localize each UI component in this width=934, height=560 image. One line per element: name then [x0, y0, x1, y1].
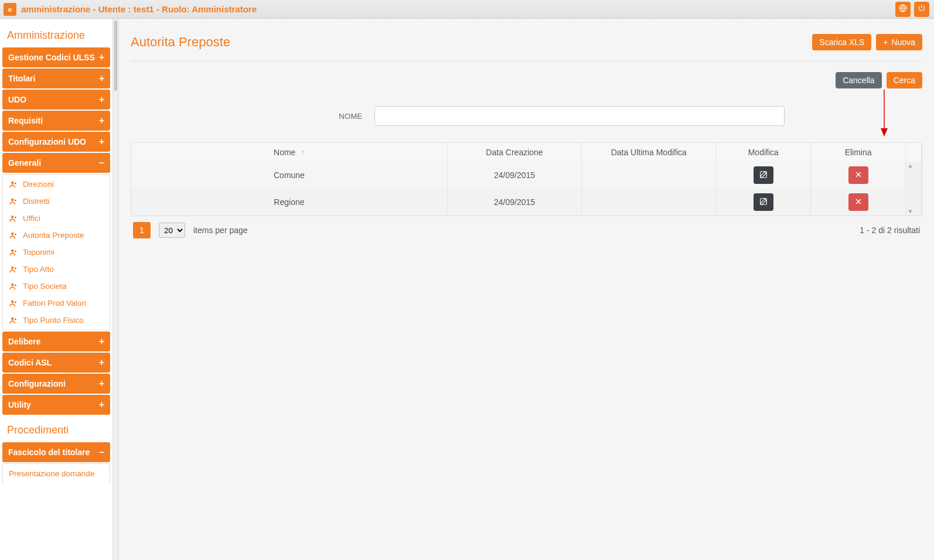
sidebar-subitem-label: Uffici [23, 214, 40, 223]
col-header-label: Data Creazione [486, 148, 543, 157]
export-xls-button[interactable]: Scarica XLS [812, 34, 871, 50]
col-header-modifica[interactable]: Modifica [716, 143, 811, 162]
svg-point-4 [15, 200, 16, 201]
submenu-generali: Direzioni Distretti Uffici Autorita Prep… [2, 174, 110, 330]
filter-row-nome: NOME [131, 106, 922, 126]
sidebar-subitem-tipo-societa[interactable]: Tipo Societa [3, 278, 110, 295]
sidebar-item-gestione-codici-ulss[interactable]: Gestione Codici ULSS + [2, 47, 110, 67]
svg-marker-20 [881, 128, 888, 136]
edit-button[interactable] [754, 193, 773, 211]
pager: 1 20 items per page 1 - 2 di 2 risultati [131, 216, 922, 238]
user-icon [9, 197, 18, 206]
cell-created: 24/09/2015 [447, 189, 581, 216]
grid-scrollbar[interactable]: ▲▼ [905, 162, 921, 216]
sidebar-subitem-presentazione-domande[interactable]: Presentazione domande [3, 465, 110, 482]
globe-button[interactable] [895, 2, 911, 17]
svg-point-3 [11, 198, 14, 201]
plus-icon: + [99, 115, 104, 126]
user-icon [9, 265, 18, 274]
sidebar-item-label: Utility [8, 400, 31, 409]
svg-point-11 [11, 266, 14, 269]
sidebar-subitem-tipo-punto-fisico[interactable]: Tipo Punto Fisico [3, 312, 110, 329]
sidebar-subitem-label: Presentazione domande [9, 469, 94, 478]
sidebar-item-label: Requisiti [8, 116, 43, 125]
user-icon [9, 231, 18, 240]
plus-icon: + [99, 378, 104, 389]
cell-delete [811, 162, 906, 189]
sidebar-item-generali[interactable]: Generali – [2, 153, 110, 173]
sidebar-subitem-toponimi[interactable]: Toponimi [3, 244, 110, 261]
sidebar-item-utility[interactable]: Utility + [2, 395, 110, 415]
col-header-elimina[interactable]: Elimina [811, 143, 906, 162]
sidebar-subitem-label: Direzioni [23, 180, 54, 189]
cell-nome: Regione [131, 189, 447, 216]
user-icon [9, 316, 18, 325]
sidebar-item-label: Titolari [8, 74, 35, 83]
svg-point-14 [15, 285, 16, 286]
filter-input-nome[interactable] [374, 106, 785, 126]
sidebar-subitem-fattori-prod-valori[interactable]: Fattori Prod Valori [3, 295, 110, 312]
sidebar-subitem-label: Autorita Preposte [23, 231, 84, 240]
sidebar-item-fascicolo-titolare[interactable]: Fascicolo del titolare – [2, 442, 110, 462]
cell-modified [582, 162, 716, 189]
col-header-data-modifica[interactable]: Data Ultima Modifica [582, 143, 716, 162]
cell-modified [582, 189, 716, 216]
sidebar-item-label: Gestione Codici ULSS [8, 53, 95, 62]
svg-point-12 [15, 268, 16, 269]
sidebar-subitem-uffici[interactable]: Uffici [3, 210, 110, 227]
plus-icon: + [99, 336, 104, 347]
sidebar-subitem-autorita-preposte[interactable]: Autorita Preposte [3, 227, 110, 244]
sidebar-item-label: Delibere [8, 337, 40, 346]
user-icon [9, 180, 18, 189]
power-button[interactable] [914, 2, 929, 17]
cancel-button[interactable]: Cancella [836, 72, 881, 88]
page-number-current[interactable]: 1 [133, 222, 151, 238]
sidebar-item-titolari[interactable]: Titolari + [2, 69, 110, 88]
app-title: amministrazione - Utente : test1 - Ruolo… [21, 4, 257, 14]
sidebar-subitem-distretti[interactable]: Distretti [3, 193, 110, 210]
sidebar: Amministrazione Gestione Codici ULSS + T… [0, 19, 113, 560]
topbar: « amministrazione - Utente : test1 - Ruo… [0, 0, 934, 19]
cell-edit [716, 162, 811, 189]
col-header-label: Elimina [845, 148, 872, 157]
sidebar-collapse-button[interactable]: « [4, 3, 16, 16]
sidebar-item-configurazioni[interactable]: Configurazioni + [2, 374, 110, 394]
sidebar-item-label: Codici ASL [8, 358, 52, 367]
col-header-label: Nome [274, 148, 295, 157]
svg-point-5 [11, 215, 14, 218]
sidebar-item-codici-asl[interactable]: Codici ASL + [2, 353, 110, 373]
svg-point-8 [15, 234, 16, 235]
sidebar-scrollbar[interactable] [113, 19, 119, 560]
sidebar-subitem-label: Tipo Atto [23, 265, 54, 274]
cell-delete [811, 189, 906, 216]
sidebar-item-udo[interactable]: UDO + [2, 90, 110, 110]
button-label: Scarica XLS [819, 37, 864, 47]
sidebar-item-delibere[interactable]: Delibere + [2, 332, 110, 351]
sidebar-section-title-admin: Amministrazione [2, 21, 110, 47]
results-grid: Nome ↑ Data Creazione Data Ultima Modifi… [131, 142, 922, 216]
cell-created: 24/09/2015 [447, 162, 581, 189]
new-button[interactable]: + Nuova [876, 34, 922, 50]
sidebar-item-label: Configurazioni UDO [8, 137, 86, 146]
col-header-nome[interactable]: Nome ↑ [131, 143, 447, 162]
power-icon [918, 4, 926, 14]
sidebar-item-label: Fascicolo del titolare [8, 448, 90, 457]
edit-button[interactable] [754, 166, 773, 184]
sidebar-subitem-direzioni[interactable]: Direzioni [3, 176, 110, 193]
plus-icon: + [99, 94, 104, 105]
sidebar-item-requisiti[interactable]: Requisiti + [2, 111, 110, 131]
delete-button[interactable] [848, 193, 868, 211]
sidebar-subitem-label: Fattori Prod Valori [23, 299, 86, 308]
sidebar-item-label: Generali [8, 158, 41, 168]
col-header-data-creazione[interactable]: Data Creazione [447, 143, 581, 162]
chevron-left-icon: « [8, 5, 12, 14]
sidebar-subitem-tipo-atto[interactable]: Tipo Atto [3, 261, 110, 278]
search-button[interactable]: Cerca [887, 72, 922, 88]
svg-point-17 [11, 317, 14, 320]
sort-asc-icon: ↑ [301, 148, 305, 155]
edit-icon [759, 197, 768, 207]
sidebar-item-configurazioni-udo[interactable]: Configurazioni UDO + [2, 132, 110, 152]
delete-button[interactable] [848, 166, 868, 184]
page-size-select[interactable]: 20 [159, 223, 185, 238]
plus-icon: + [99, 136, 104, 147]
